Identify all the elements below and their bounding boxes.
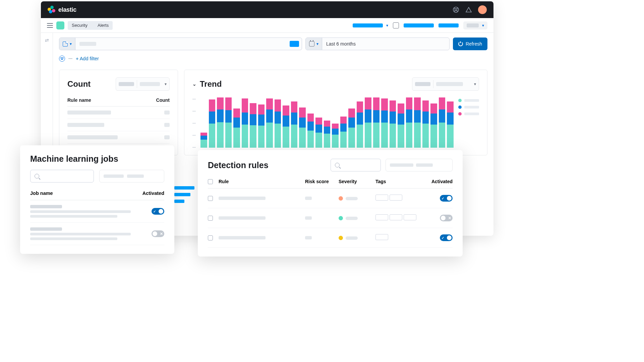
select-all-checkbox[interactable] xyxy=(208,179,213,184)
col-count: Count xyxy=(156,97,170,103)
dr-filter-selector[interactable] xyxy=(386,159,453,171)
anomaly-preview-bars xyxy=(174,186,194,203)
trend-title: ⌄Trend xyxy=(192,79,222,89)
header-link-2[interactable] xyxy=(404,23,434,27)
activate-toggle[interactable]: ✕ xyxy=(440,215,453,221)
refresh-button[interactable]: Refresh xyxy=(453,38,487,50)
add-filter-button[interactable]: + Add filter xyxy=(76,56,99,61)
dr-col-activated: Activated xyxy=(429,179,453,184)
trend-chart xyxy=(200,97,454,148)
legend-item xyxy=(458,112,479,116)
date-icon[interactable] xyxy=(393,22,399,28)
chevron-down-icon: ▾ xyxy=(316,42,318,46)
breadcrumb-alerts[interactable]: Alerts xyxy=(92,21,113,30)
activate-toggle[interactable]: ✕ xyxy=(152,230,164,237)
ml-col-job: Job name xyxy=(30,191,53,196)
tag-badge xyxy=(375,234,388,240)
trend-stackby-selector[interactable]: ▾ xyxy=(412,77,479,91)
header-link-3[interactable] xyxy=(438,23,459,27)
count-panel: Count ▾ Rule name Count xyxy=(59,70,178,155)
count-row xyxy=(67,119,170,131)
date-range-label: Last 6 months xyxy=(322,41,360,47)
ml-job-row: ✓ xyxy=(30,200,164,223)
search-icon xyxy=(35,174,39,178)
detection-rule-row: ✓ xyxy=(208,228,453,248)
trend-panel: ⌄Trend ▾ xyxy=(184,70,487,155)
count-title: Count xyxy=(67,79,91,89)
header-link-1[interactable]: ▾ xyxy=(353,23,388,28)
tag-badge xyxy=(375,214,388,220)
count-row xyxy=(67,106,170,119)
divider xyxy=(68,58,72,59)
search-icon xyxy=(335,163,340,167)
detection-rule-row: ✕ xyxy=(208,208,453,228)
row-checkbox[interactable] xyxy=(208,216,213,221)
ml-jobs-card: Machine learning jobs Job name Activated… xyxy=(20,145,174,254)
user-avatar[interactable] xyxy=(478,5,487,14)
tag-badge xyxy=(390,195,402,201)
chart-legend xyxy=(458,97,479,148)
chevron-down-icon[interactable]: ⌄ xyxy=(192,81,196,87)
calendar-icon xyxy=(309,41,314,47)
breadcrumb: Security Alerts xyxy=(68,21,113,30)
date-range-picker[interactable]: ▾ Last 6 months xyxy=(305,38,450,50)
ml-search-input[interactable] xyxy=(30,170,94,183)
tag-badge xyxy=(375,195,388,201)
tag-badge xyxy=(404,214,416,220)
chevron-down-icon: ▾ xyxy=(482,23,484,28)
detection-rules-card: Detection rules Rule Risk score Severity… xyxy=(198,150,463,257)
chevron-down-icon: ▾ xyxy=(474,82,476,86)
legend-item xyxy=(458,105,479,109)
dr-col-rule: Rule xyxy=(219,179,305,184)
ml-job-row: ✕ xyxy=(30,223,164,245)
ml-card-title: Machine learning jobs xyxy=(30,154,164,164)
count-stackby-selector[interactable]: ▾ xyxy=(116,77,170,91)
save-icon xyxy=(63,42,68,47)
query-bar: ▾ xyxy=(59,38,302,50)
ml-col-activated: Activated xyxy=(142,191,164,196)
query-input[interactable] xyxy=(75,42,290,46)
newsfeed-icon[interactable] xyxy=(465,6,472,13)
dr-search-input[interactable] xyxy=(331,159,381,171)
activate-toggle[interactable]: ✓ xyxy=(440,195,453,202)
row-checkbox[interactable] xyxy=(208,235,213,240)
space-selector[interactable] xyxy=(56,21,64,29)
ml-filter-selector[interactable] xyxy=(99,170,164,183)
topbar: elastic xyxy=(41,1,493,18)
dr-col-severity: Severity xyxy=(339,179,375,184)
tag-badge xyxy=(390,214,402,220)
help-icon[interactable] xyxy=(453,6,459,13)
nav-toggle-icon[interactable] xyxy=(47,23,53,28)
refresh-icon xyxy=(458,42,463,46)
header-dropdown[interactable]: ▾ xyxy=(463,21,487,29)
breadcrumb-security[interactable]: Security xyxy=(68,21,92,30)
detection-rule-row: ✓ xyxy=(208,189,453,208)
subheader: Security Alerts ▾ ▾ xyxy=(41,18,493,33)
saved-query-button[interactable]: ▾ xyxy=(59,38,75,50)
col-rule-name: Rule name xyxy=(67,97,91,103)
activate-toggle[interactable]: ✓ xyxy=(440,234,453,241)
chevron-down-icon: ▾ xyxy=(70,42,72,46)
count-row xyxy=(67,131,170,144)
sidebar-expand-icon[interactable]: ⇄ xyxy=(45,38,49,43)
brand-name: elastic xyxy=(58,6,76,13)
row-checkbox[interactable] xyxy=(208,196,213,201)
dr-col-tags: Tags xyxy=(375,179,429,184)
query-language-toggle[interactable] xyxy=(290,41,299,47)
dr-card-title: Detection rules xyxy=(208,160,269,170)
chart-y-axis xyxy=(192,97,196,148)
filter-icon[interactable] xyxy=(59,56,65,62)
activate-toggle[interactable]: ✓ xyxy=(152,208,164,215)
dr-col-risk: Risk score xyxy=(305,179,339,184)
elastic-logo-icon xyxy=(48,6,56,14)
chevron-down-icon: ▾ xyxy=(165,82,167,86)
refresh-label: Refresh xyxy=(466,41,482,47)
chevron-down-icon: ▾ xyxy=(386,23,388,28)
legend-item xyxy=(458,99,479,102)
